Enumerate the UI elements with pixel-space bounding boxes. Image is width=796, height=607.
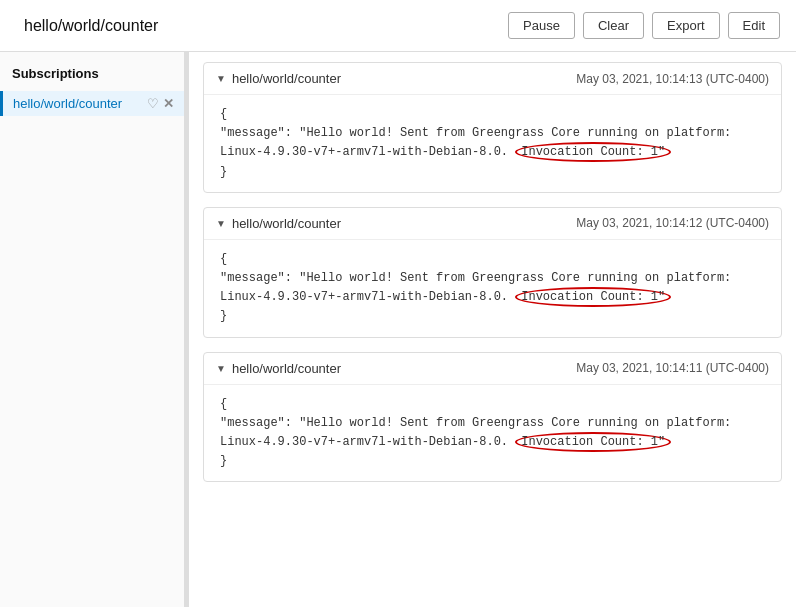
sidebar-title: Subscriptions bbox=[0, 60, 184, 91]
json-message-line: "message": "Hello world! Sent from Green… bbox=[220, 269, 765, 307]
json-message-line: "message": "Hello world! Sent from Green… bbox=[220, 414, 765, 452]
invocation-count-highlight: Invocation Count: 1" bbox=[515, 142, 671, 162]
json-open-brace: { bbox=[220, 395, 765, 414]
topic-label: hello/world/counter bbox=[232, 71, 341, 86]
sidebar-item-hello-world-counter[interactable]: hello/world/counter ♡ ✕ bbox=[0, 91, 184, 116]
sidebar-item-icons: ♡ ✕ bbox=[147, 96, 174, 111]
clear-button[interactable]: Clear bbox=[583, 12, 644, 39]
favorite-icon[interactable]: ♡ bbox=[147, 96, 159, 111]
message-topic: ▼ hello/world/counter bbox=[216, 361, 341, 376]
message-card: ▼ hello/world/counter May 03, 2021, 10:1… bbox=[203, 62, 782, 193]
json-open-brace: { bbox=[220, 250, 765, 269]
message-timestamp: May 03, 2021, 10:14:12 (UTC-0400) bbox=[576, 216, 769, 230]
message-topic: ▼ hello/world/counter bbox=[216, 216, 341, 231]
pause-button[interactable]: Pause bbox=[508, 12, 575, 39]
json-close-brace: } bbox=[220, 163, 765, 182]
main-layout: Subscriptions hello/world/counter ♡ ✕ ▼ … bbox=[0, 52, 796, 607]
sidebar-item-label: hello/world/counter bbox=[13, 96, 147, 111]
message-card: ▼ hello/world/counter May 03, 2021, 10:1… bbox=[203, 352, 782, 483]
message-card-header: ▼ hello/world/counter May 03, 2021, 10:1… bbox=[204, 353, 781, 385]
topic-label: hello/world/counter bbox=[232, 216, 341, 231]
message-timestamp: May 03, 2021, 10:14:13 (UTC-0400) bbox=[576, 72, 769, 86]
json-message-line: "message": "Hello world! Sent from Green… bbox=[220, 124, 765, 162]
chevron-down-icon[interactable]: ▼ bbox=[216, 218, 226, 229]
close-icon[interactable]: ✕ bbox=[163, 96, 174, 111]
invocation-count-highlight: Invocation Count: 1" bbox=[515, 287, 671, 307]
invocation-count-highlight: Invocation Count: 1" bbox=[515, 432, 671, 452]
json-close-brace: } bbox=[220, 307, 765, 326]
top-bar: hello/world/counter Pause Clear Export E… bbox=[0, 0, 796, 52]
message-body: { "message": "Hello world! Sent from Gre… bbox=[204, 385, 781, 482]
message-card-header: ▼ hello/world/counter May 03, 2021, 10:1… bbox=[204, 208, 781, 240]
chevron-down-icon[interactable]: ▼ bbox=[216, 73, 226, 84]
edit-button[interactable]: Edit bbox=[728, 12, 780, 39]
message-body: { "message": "Hello world! Sent from Gre… bbox=[204, 95, 781, 192]
message-body: { "message": "Hello world! Sent from Gre… bbox=[204, 240, 781, 337]
page-title: hello/world/counter bbox=[24, 17, 508, 35]
sidebar: Subscriptions hello/world/counter ♡ ✕ bbox=[0, 52, 185, 607]
chevron-down-icon[interactable]: ▼ bbox=[216, 363, 226, 374]
message-topic: ▼ hello/world/counter bbox=[216, 71, 341, 86]
json-close-brace: } bbox=[220, 452, 765, 471]
message-timestamp: May 03, 2021, 10:14:11 (UTC-0400) bbox=[576, 361, 769, 375]
message-card: ▼ hello/world/counter May 03, 2021, 10:1… bbox=[203, 207, 782, 338]
message-card-header: ▼ hello/world/counter May 03, 2021, 10:1… bbox=[204, 63, 781, 95]
json-open-brace: { bbox=[220, 105, 765, 124]
toolbar-actions: Pause Clear Export Edit bbox=[508, 12, 780, 39]
topic-label: hello/world/counter bbox=[232, 361, 341, 376]
export-button[interactable]: Export bbox=[652, 12, 720, 39]
content-area: ▼ hello/world/counter May 03, 2021, 10:1… bbox=[189, 52, 796, 607]
